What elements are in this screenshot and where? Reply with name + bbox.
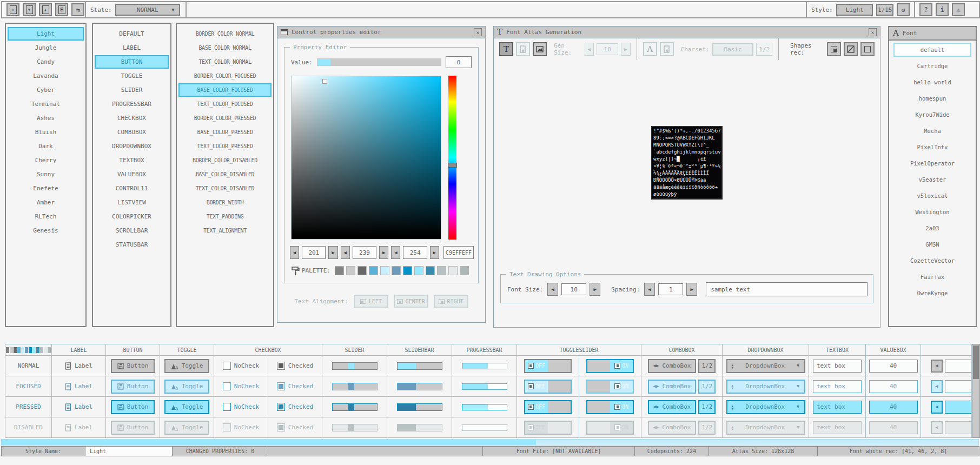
save-file-button[interactable]: ↓	[39, 3, 52, 16]
preview-dropdownbox[interactable]: ▲▼DropdownBox▼	[726, 421, 805, 435]
controls-list-item[interactable]: VALUEBOX	[95, 168, 169, 181]
color-picker-panel[interactable]	[291, 76, 441, 240]
preview-sliderbar[interactable]	[397, 383, 442, 390]
align-center-button[interactable]: CENTER	[394, 295, 428, 308]
font-list-item[interactable]: PixelIntv	[893, 140, 971, 154]
spinner-decrease-button[interactable]: ◀	[931, 360, 943, 373]
preview-combobox[interactable]: ◀▶ComboBox	[648, 359, 697, 373]
preview-sliderbar[interactable]	[397, 403, 442, 411]
horizontal-scrollbar-thumb[interactable]	[2, 440, 536, 445]
controls-list-item[interactable]: LISTVIEW	[95, 196, 169, 209]
preview-slider[interactable]	[332, 424, 378, 431]
preview-textbox[interactable]: text box	[813, 380, 862, 393]
font-list-item[interactable]: hello-world	[893, 75, 971, 89]
property-list-item[interactable]: BASE_COLOR_FOCUSED	[178, 83, 272, 97]
preview-combobox[interactable]: ◀▶ComboBox	[648, 380, 697, 394]
spacing-value-box[interactable]: 1	[658, 283, 683, 295]
align-right-button[interactable]: RIGHT	[434, 295, 468, 308]
palette-swatch[interactable]	[380, 266, 389, 275]
sample-text-input[interactable]: sample text	[706, 282, 868, 296]
font-list-item[interactable]: Mecha	[893, 124, 971, 138]
preview-dropdownbox[interactable]: ▲▼DropdownBox▼	[726, 380, 805, 394]
blue-decrease-button[interactable]: ◀	[391, 246, 400, 259]
preview-combobox[interactable]: ◀▶ComboBox	[648, 400, 697, 414]
controls-list-item[interactable]: SLIDER	[95, 83, 169, 97]
preview-toggleslider-off[interactable]: OFF	[524, 421, 572, 435]
preview-button[interactable]: Button	[111, 421, 155, 435]
preview-toggleslider-on[interactable]: ON	[586, 421, 634, 435]
spinner-decrease-button[interactable]: ◀	[931, 380, 943, 393]
controls-list-item[interactable]: LABEL	[95, 41, 169, 55]
gen-size-value-box[interactable]: 10	[597, 43, 618, 55]
hue-bar[interactable]	[448, 76, 456, 240]
controls-list-item[interactable]: COMBOBOX	[95, 125, 169, 139]
preview-spinner-box[interactable]	[945, 421, 972, 434]
spacing-decrease-button[interactable]: ◀	[644, 283, 655, 296]
style-select-button[interactable]: Light	[836, 4, 873, 16]
font-size-decrease-button[interactable]: ◀	[547, 283, 558, 296]
preview-button[interactable]: Button	[111, 359, 155, 373]
styles-list-item[interactable]: Bluish	[8, 125, 84, 139]
color-picker-marker[interactable]	[323, 79, 327, 83]
new-file-button[interactable]: +	[6, 3, 19, 16]
gen-size-increase-button[interactable]: ▶	[621, 43, 631, 56]
preview-spinner-box[interactable]	[945, 360, 972, 373]
green-increase-button[interactable]: ▶	[379, 246, 388, 259]
preview-sliderbar[interactable]	[397, 424, 442, 431]
random-style-button[interactable]: ⇆	[71, 3, 84, 16]
font-list-item[interactable]: 2a03	[893, 221, 971, 235]
font-atlas-titlebar[interactable]: T Font Atlas Generation ✕	[494, 26, 880, 38]
palette-swatch[interactable]	[346, 266, 355, 275]
close-button[interactable]: ✕	[474, 28, 482, 36]
styles-list-item[interactable]: Genesis	[8, 224, 84, 237]
controls-list-item[interactable]: TEXTBOX	[95, 154, 169, 167]
combobox-counter[interactable]: 1/2	[698, 400, 716, 414]
preview-toggleslider-off[interactable]: OFF	[524, 380, 572, 394]
palette-swatch[interactable]	[357, 266, 367, 275]
charset-clear-button[interactable]	[660, 42, 674, 56]
blue-value-box[interactable]: 254	[403, 246, 427, 259]
preview-toggle[interactable]: Toggle	[164, 359, 210, 373]
align-left-button[interactable]: LEFT	[354, 295, 388, 308]
preview-combobox[interactable]: ◀▶ComboBox	[648, 421, 697, 435]
controls-list-item[interactable]: COLORPICKER	[95, 210, 169, 223]
controls-list-item[interactable]: DROPDOWNBOX	[95, 140, 169, 153]
styles-list-item[interactable]: Dark	[8, 140, 84, 153]
property-list-item[interactable]: BASE_COLOR_PRESSED	[178, 125, 272, 139]
property-list-item[interactable]: TEXT_ALIGNMENT	[178, 224, 272, 237]
property-list-item[interactable]: BORDER_COLOR_NORMAL	[178, 27, 272, 41]
palette-swatch[interactable]	[448, 266, 458, 275]
palette-swatch[interactable]	[437, 266, 446, 275]
value-slider[interactable]	[317, 58, 441, 66]
preview-toggleslider-off[interactable]: OFF	[524, 400, 572, 414]
property-list-item[interactable]: TEXT_COLOR_PRESSED	[178, 140, 272, 153]
font-text-mode-button[interactable]: T	[499, 42, 513, 56]
font-size-increase-button[interactable]: ▶	[590, 283, 600, 296]
preview-checkbox-checked[interactable]	[277, 423, 285, 431]
palette-swatch[interactable]	[414, 266, 423, 275]
property-list-item[interactable]: BORDER_COLOR_PRESSED	[178, 111, 272, 125]
help-button[interactable]: ?	[919, 3, 932, 16]
preview-valuebox[interactable]: 40	[869, 421, 918, 434]
red-increase-button[interactable]: ▶	[328, 246, 337, 259]
property-list-item[interactable]: BORDER_WIDTH	[178, 196, 272, 209]
combobox-counter[interactable]: 1/2	[698, 421, 716, 435]
font-list-item[interactable]: default	[893, 43, 971, 57]
shapes-rec-empty-button[interactable]	[860, 42, 875, 56]
styles-list-item[interactable]: RLTech	[8, 210, 84, 223]
preview-toggleslider-on[interactable]: ON	[586, 359, 634, 373]
preview-toggleslider-on[interactable]: ON	[586, 380, 634, 394]
styles-list-item[interactable]: Sunny	[8, 168, 84, 181]
preview-checkbox-checked[interactable]	[277, 403, 285, 411]
font-list-item[interactable]: CozetteVector	[893, 254, 971, 268]
export-file-button[interactable]: E	[55, 3, 68, 16]
controls-list-item[interactable]: PROGRESSBAR	[95, 97, 169, 111]
preview-toggle[interactable]: Toggle	[164, 380, 210, 394]
preview-checkbox-checked[interactable]	[277, 362, 285, 370]
slider-thumb[interactable]	[348, 383, 354, 390]
preview-textbox[interactable]: text box	[813, 421, 862, 434]
font-list-item[interactable]: Westington	[893, 205, 971, 219]
issue-button[interactable]: ⚠	[952, 3, 965, 16]
preview-button[interactable]: Button	[111, 400, 155, 414]
styles-list-item[interactable]: Lavanda	[8, 69, 84, 83]
